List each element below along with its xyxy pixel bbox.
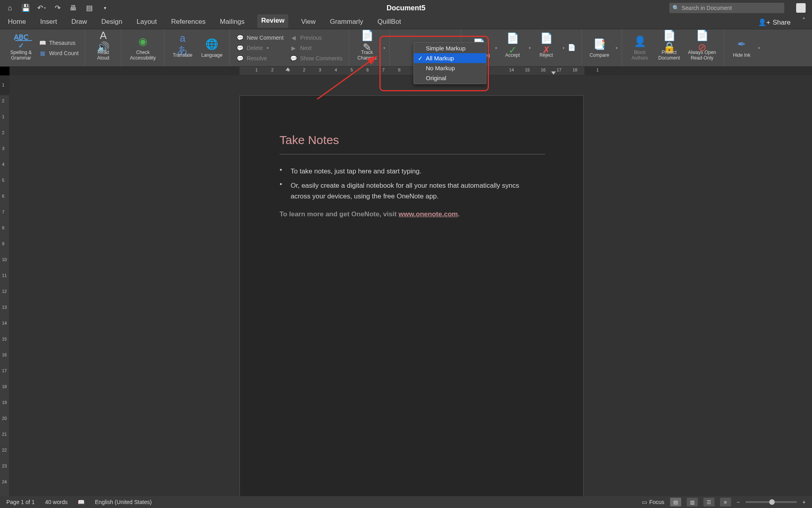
onenote-link[interactable]: www.onenote.com — [398, 210, 458, 218]
language-indicator[interactable]: English (United States) — [95, 499, 151, 505]
print-layout-view-button[interactable]: ▤ — [670, 498, 681, 506]
spellcheck-status-icon[interactable]: 📖 — [78, 499, 84, 505]
word-count-indicator[interactable]: 40 words — [45, 499, 68, 505]
thesaurus-icon: 📖 — [39, 39, 46, 46]
block-authors-button: 👤 Block Authors — [626, 30, 654, 66]
translate-icon: aあ — [176, 38, 189, 51]
document-canvas[interactable]: Take Notes To take notes, just tap here … — [10, 75, 812, 496]
search-icon: 🔍 — [672, 5, 679, 11]
always-open-readonly-button[interactable]: 📄⊘ Always Open Read-Only — [685, 30, 720, 66]
accept-button[interactable]: 📄✓ Accept — [499, 30, 527, 66]
read-aloud-button[interactable]: A🔊 Read Aloud — [89, 30, 117, 66]
next-icon: ▶ — [290, 44, 297, 52]
wordcount-icon: ▦ — [39, 50, 46, 57]
track-changes-button[interactable]: 📄✎ Track Changes — [353, 30, 381, 66]
more-prefix: To learn more and get OneNote, visit — [280, 210, 398, 218]
compare-button[interactable]: 📑 Compare — [586, 30, 613, 66]
tab-view[interactable]: View — [299, 15, 317, 29]
language-button[interactable]: 🌐 Language — [198, 30, 226, 66]
heading-underline — [280, 154, 545, 154]
outline-view-button[interactable]: ☰ — [703, 498, 714, 506]
tab-design[interactable]: Design — [100, 15, 124, 29]
print-icon[interactable]: 🖶 — [69, 4, 78, 12]
tab-grammarly[interactable]: Grammarly — [328, 15, 365, 29]
check-accessibility-button[interactable]: ◉ Check Accessibility — [125, 30, 160, 66]
list-item[interactable]: Or, easily create a digital notebook for… — [280, 181, 537, 202]
translate-button[interactable]: aあ Translate — [169, 30, 196, 66]
group-comments: 💬New Comment 💬Delete▾ 💬Resolve ◀Previous… — [230, 29, 349, 66]
account-icon[interactable] — [796, 3, 806, 13]
hide-ink-button[interactable]: ✒ Hide Ink — [728, 30, 756, 66]
thesaurus-button[interactable]: 📖Thesaurus — [36, 38, 81, 48]
collapse-ribbon-icon[interactable]: ˄ — [802, 17, 806, 25]
heading[interactable]: Take Notes — [280, 133, 583, 147]
zoom-out-button[interactable]: − — [737, 499, 740, 505]
group-tracking: 📄✎ Track Changes ▾ — [349, 29, 390, 66]
share-icon: 👤+ — [758, 18, 770, 27]
hide-ink-dropdown[interactable]: ▾ — [758, 46, 760, 50]
new-comment-icon: 💬 — [236, 34, 243, 41]
tab-insert[interactable]: Insert — [38, 15, 59, 29]
show-comments-icon: 💬 — [290, 55, 297, 62]
new-comment-button[interactable]: 💬New Comment — [234, 33, 286, 42]
resolve-icon: 💬 — [236, 55, 243, 62]
previous-change-button[interactable]: 📄 — [566, 30, 577, 66]
page[interactable]: Take Notes To take notes, just tap here … — [239, 95, 584, 496]
check-icon: ✓ — [418, 55, 423, 62]
bullet-list[interactable]: To take notes, just tap here and start t… — [280, 166, 537, 202]
share-button[interactable]: 👤+ Share — [758, 18, 791, 27]
tab-quillbot[interactable]: QuillBot — [376, 15, 403, 29]
draft-view-button[interactable]: ≡ — [720, 498, 731, 506]
print-preview-icon[interactable]: ▤ — [85, 4, 94, 12]
group-compare: 📑 Compare ▾ — [582, 29, 622, 66]
zoom-in-button[interactable]: + — [802, 499, 806, 505]
tab-home[interactable]: Home — [6, 15, 27, 29]
undo-icon[interactable]: ↶▾ — [37, 4, 46, 12]
protect-icon: 📄🔒 — [663, 35, 676, 48]
focus-mode-button[interactable]: ▭Focus — [642, 499, 665, 505]
ribbon: A͟B͟C͟✓ Spelling & Grammar 📖Thesaurus ▦W… — [0, 29, 812, 67]
delete-comment-button[interactable]: 💬Delete▾ — [234, 43, 286, 53]
search-input[interactable]: 🔍 Search in Document — [669, 3, 784, 13]
delete-comment-icon: 💬 — [236, 44, 243, 52]
reject-icon: 📄✗ — [540, 38, 553, 51]
word-count-button[interactable]: ▦Word Count — [36, 48, 81, 58]
reviewing-dropdown[interactable]: ▾ — [495, 46, 497, 50]
reject-button[interactable]: 📄✗ Reject — [532, 30, 560, 66]
accessibility-icon: ◉ — [136, 35, 149, 48]
customize-qat-icon[interactable]: ▾ — [101, 4, 109, 12]
compare-dropdown[interactable]: ▾ — [616, 46, 618, 50]
save-icon[interactable]: 💾 — [21, 4, 30, 12]
language-icon: 🌐 — [205, 38, 218, 51]
zoom-thumb[interactable] — [769, 499, 775, 505]
home-icon[interactable]: ⌂ — [6, 4, 14, 12]
tab-references[interactable]: References — [170, 15, 207, 29]
list-item[interactable]: To take notes, just tap here and start t… — [280, 166, 537, 177]
web-layout-view-button[interactable]: ▥ — [687, 498, 698, 506]
track-changes-dropdown[interactable]: ▾ — [383, 46, 385, 50]
reject-dropdown[interactable]: ▾ — [563, 46, 565, 50]
block-authors-icon: 👤 — [633, 35, 647, 48]
accept-icon: 📄✓ — [506, 38, 519, 51]
protect-document-button[interactable]: 📄🔒 Protect Document — [655, 30, 683, 66]
page-indicator[interactable]: Page 1 of 1 — [6, 499, 35, 505]
tab-mailings[interactable]: Mailings — [218, 15, 246, 29]
accept-dropdown[interactable]: ▾ — [529, 46, 531, 50]
hide-ink-icon: ✒ — [735, 38, 749, 51]
markup-option-simple[interactable]: Simple Markup — [414, 43, 486, 53]
markup-option-all[interactable]: ✓All Markup — [414, 53, 486, 63]
tab-draw[interactable]: Draw — [70, 15, 89, 29]
vertical-ruler[interactable]: 1212345678910111213141516171819202122232… — [0, 75, 10, 496]
tab-layout[interactable]: Layout — [135, 15, 158, 29]
markup-option-none[interactable]: No Markup — [414, 63, 486, 73]
more-info-paragraph[interactable]: To learn more and get OneNote, visit www… — [280, 210, 583, 218]
horizontal-ruler[interactable]: 121234567814151617181 — [10, 67, 812, 75]
group-proofing: A͟B͟C͟✓ Spelling & Grammar 📖Thesaurus ▦W… — [3, 29, 85, 66]
zoom-slider[interactable] — [745, 501, 797, 503]
tab-review[interactable]: Review — [257, 14, 289, 29]
markup-view-menu[interactable]: Simple Markup ✓All Markup No Markup Orig… — [414, 42, 486, 84]
markup-option-original[interactable]: Original — [414, 73, 486, 83]
share-label: Share — [773, 19, 791, 27]
spelling-grammar-button[interactable]: A͟B͟C͟✓ Spelling & Grammar — [7, 30, 35, 66]
redo-icon[interactable]: ↷ — [53, 4, 62, 12]
